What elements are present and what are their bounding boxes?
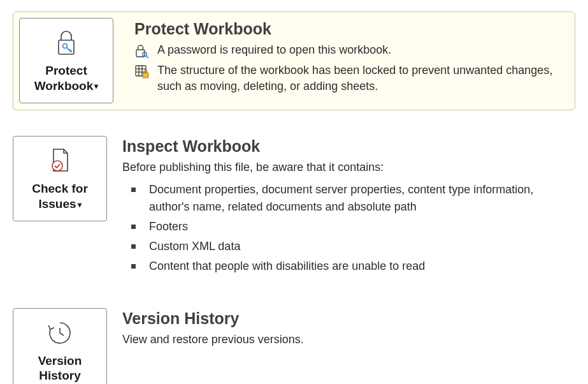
protect-workbook-label: Protect Workbook▾ (34, 63, 99, 94)
version-history-button[interactable]: Version History (13, 308, 107, 384)
password-required-status: A password is required to open this work… (134, 42, 562, 59)
version-history-section: Version History Version History View and… (13, 308, 575, 384)
list-item: Footers (127, 218, 575, 235)
password-required-text: A password is required to open this work… (157, 42, 391, 58)
inspect-workbook-title: Inspect Workbook (122, 137, 575, 156)
list-item: Document properties, document server pro… (127, 181, 575, 216)
inspect-items-list: Document properties, document server pro… (122, 181, 575, 275)
chevron-down-icon: ▾ (94, 82, 98, 91)
protect-workbook-button[interactable]: Protect Workbook▾ (19, 18, 113, 103)
version-history-content: Version History View and restore previou… (122, 308, 575, 353)
lock-search-icon (134, 43, 150, 59)
svg-point-10 (52, 161, 62, 171)
inspect-intro: Before publishing this file, be aware th… (122, 159, 575, 175)
protect-workbook-title: Protect Workbook (134, 20, 562, 38)
structure-locked-text: The structure of the workbook has been l… (157, 63, 562, 94)
protect-workbook-section: Protect Workbook▾ Protect Workbook A pas… (13, 11, 575, 110)
version-history-label: Version History (38, 353, 82, 384)
structure-locked-status: The structure of the workbook has been l… (134, 63, 562, 94)
svg-rect-9 (143, 73, 148, 78)
check-issues-label: Check for Issues▾ (32, 181, 88, 212)
version-history-desc: View and restore previous versions. (122, 332, 575, 348)
list-item: Custom XML data (127, 238, 575, 255)
inspect-workbook-content: Inspect Workbook Before publishing this … (122, 136, 575, 277)
inspect-workbook-section: Check for Issues▾ Inspect Workbook Befor… (13, 136, 575, 277)
version-history-title: Version History (122, 309, 575, 328)
chevron-down-icon: ▾ (78, 200, 82, 210)
structure-lock-icon (134, 64, 150, 79)
history-clock-icon (46, 318, 74, 348)
svg-point-1 (63, 44, 68, 48)
lock-key-icon (54, 27, 79, 58)
check-issues-button[interactable]: Check for Issues▾ (13, 136, 107, 221)
protect-workbook-content: Protect Workbook A password is required … (134, 12, 575, 110)
document-check-icon (47, 145, 73, 176)
list-item: Content that people with disabilities ar… (127, 258, 575, 275)
